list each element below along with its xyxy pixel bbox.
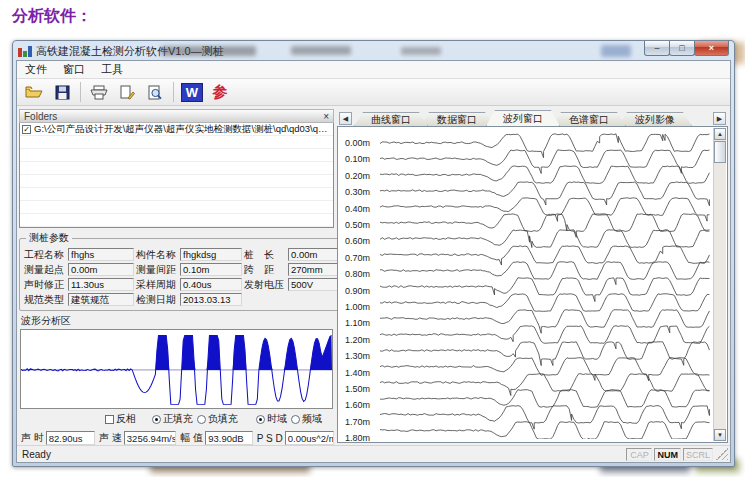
folder-item[interactable]: ✓G:\公司产品设计开发\超声仪器\超声仪实地检测数据\测桩\qd\qd03\q…: [20, 123, 333, 136]
time-domain-label: 时域: [267, 412, 287, 426]
sound-time-field[interactable]: 82.90us: [46, 431, 95, 445]
tab-1[interactable]: 数据窗口: [420, 112, 494, 126]
status-text: Ready: [19, 449, 51, 460]
folders-list: ✓G:\公司产品设计开发\超声仪器\超声仪实地检测数据\测桩\qd\qd03\q…: [19, 123, 334, 228]
depth-label: 0.00m: [345, 138, 370, 148]
param-field[interactable]: fhghs: [68, 248, 134, 261]
param-label: 测量间距: [136, 263, 178, 276]
param-label: 检测日期: [136, 293, 178, 306]
depth-label: 0.50m: [345, 220, 370, 230]
vertical-scrollbar[interactable]: ▲ ▼: [713, 128, 726, 441]
waveform-analysis-plot[interactable]: [20, 329, 333, 409]
radio-icon: [291, 415, 300, 424]
menubar: 文件窗口工具: [17, 61, 730, 79]
reference-params-button[interactable]: 参: [207, 81, 233, 104]
pile-params-grid: 工程名称fhghs构件名称fhgkdsg桩 长0.00m测量起点0.00m测量间…: [24, 248, 342, 306]
param-field[interactable]: 0.40us: [180, 278, 242, 291]
tab-4[interactable]: 波列影像: [618, 112, 692, 126]
app-icon: [18, 46, 32, 57]
window-title: 高铁建混凝土检测分析软件V1.0—测桩: [36, 44, 224, 59]
toolbar-separator: [80, 82, 81, 102]
positive-fill-label: 正填充: [163, 412, 193, 426]
export-button[interactable]: [114, 81, 140, 104]
menu-item-0[interactable]: 文件: [17, 60, 55, 79]
amplitude-label: 幅 值: [180, 431, 203, 445]
freq-domain-radio[interactable]: 频域: [291, 412, 322, 426]
param-label: 桩 长: [244, 248, 286, 261]
menu-item-2[interactable]: 工具: [93, 60, 131, 79]
readout-row: 声 时 82.90us 声 速 3256.94m/s 幅 值 93.90dB P…: [19, 429, 334, 445]
depth-label: 0.80m: [345, 269, 370, 279]
open-file-button[interactable]: [21, 81, 47, 104]
toolbar: W 参: [17, 79, 730, 106]
main-area: Folders × ✓G:\公司产品设计开发\超声仪器\超声仪实地检测数据\测桩…: [17, 106, 730, 445]
negative-fill-radio[interactable]: 负填充: [197, 412, 238, 426]
depth-label: 0.40m: [345, 204, 370, 214]
tab-3[interactable]: 色谱窗口: [552, 112, 626, 126]
close-panel-icon[interactable]: ×: [323, 111, 329, 122]
close-button[interactable]: ×: [694, 41, 729, 56]
tab-scroll-left-icon[interactable]: ◀: [339, 112, 352, 125]
page: 分析软件： 高铁建混凝土检测分析软件V1.0—测桩 –□× 文件窗口工具: [0, 0, 745, 477]
positive-fill-radio[interactable]: 正填充: [152, 412, 193, 426]
wave-traces: [380, 131, 711, 439]
page-title: 分析软件：: [12, 6, 92, 27]
amplitude-field[interactable]: 93.90dB: [205, 431, 253, 445]
invert-checkbox[interactable]: 反相: [105, 412, 136, 426]
scroll-up-icon[interactable]: ▲: [714, 128, 726, 140]
negative-fill-label: 负填充: [208, 412, 238, 426]
radio-icon: [197, 415, 206, 424]
sound-velocity-field[interactable]: 3256.94m/s: [124, 431, 177, 445]
open-folder-icon: [25, 85, 43, 99]
word-report-button[interactable]: W: [179, 81, 205, 104]
time-domain-radio[interactable]: 时域: [256, 412, 287, 426]
param-label: 采样周期: [136, 278, 178, 291]
titlebar-glass-artifact: [401, 47, 441, 55]
preview-button[interactable]: [142, 81, 168, 104]
freq-domain-label: 频域: [302, 412, 322, 426]
param-label: 跨 距: [244, 263, 286, 276]
psd-field[interactable]: 0.00us^2/m: [285, 431, 334, 445]
maximize-button[interactable]: □: [669, 41, 695, 56]
tabs: 曲线窗口数据窗口波列窗口色谱窗口波列影像: [354, 110, 684, 126]
statusbar: Ready CAPNUMSCRL: [17, 445, 730, 462]
param-field[interactable]: 0.00m: [288, 248, 342, 261]
depth-label: 1.20m: [345, 335, 370, 345]
titlebar[interactable]: 高铁建混凝土检测分析软件V1.0—测桩 –□×: [16, 43, 731, 60]
depth-label: 0.60m: [345, 236, 370, 246]
param-field[interactable]: fhgkdsg: [180, 248, 242, 261]
param-label: 规范类型: [24, 293, 66, 306]
status-indicator-num: NUM: [654, 448, 681, 461]
checkbox-icon[interactable]: ✓: [22, 125, 31, 134]
depth-label: 1.60m: [345, 400, 370, 410]
param-field[interactable]: 270mm: [288, 263, 342, 276]
param-field[interactable]: 0.10m: [180, 263, 242, 276]
depth-label: 1.50m: [345, 384, 370, 394]
menu-item-1[interactable]: 窗口: [55, 60, 93, 79]
param-field[interactable]: 0.00m: [68, 263, 134, 276]
param-field[interactable]: 500V: [288, 278, 342, 291]
scroll-down-icon[interactable]: ▼: [714, 429, 726, 441]
param-field[interactable]: 建筑规范: [68, 293, 134, 306]
tabbar: ◀ 曲线窗口数据窗口波列窗口色谱窗口波列影像 ▶: [337, 109, 728, 126]
status-indicators: CAPNUMSCRL: [626, 448, 713, 461]
doc-pen-icon: [119, 85, 135, 100]
app-window: 高铁建混凝土检测分析软件V1.0—测桩 –□× 文件窗口工具: [12, 40, 735, 467]
depth-label: 1.00m: [345, 302, 370, 312]
tab-scroll-right-icon[interactable]: ▶: [713, 112, 726, 125]
minimize-button[interactable]: –: [644, 41, 670, 56]
wave-train-panel[interactable]: 0.00m0.10m0.20m0.30m0.40m0.50m0.60m0.70m…: [337, 126, 728, 443]
tab-2[interactable]: 波列窗口: [486, 110, 560, 126]
depth-label: 0.10m: [345, 154, 370, 164]
param-field[interactable]: 2013.03.13: [180, 293, 242, 306]
save-button[interactable]: [49, 81, 75, 104]
wave-display-controls: 反相 正填充 负填充: [19, 411, 334, 427]
param-label: 构件名称: [136, 248, 178, 261]
param-field[interactable]: 11.30us: [68, 278, 134, 291]
resize-grip-icon[interactable]: [716, 448, 728, 460]
scrollbar-thumb[interactable]: [714, 141, 726, 163]
print-button[interactable]: [86, 81, 112, 104]
status-indicator-cap: CAP: [626, 448, 652, 461]
pile-params-group: 测桩参数 工程名称fhghs构件名称fhgkdsg桩 长0.00m测量起点0.0…: [19, 231, 347, 311]
tab-0[interactable]: 曲线窗口: [354, 112, 428, 126]
